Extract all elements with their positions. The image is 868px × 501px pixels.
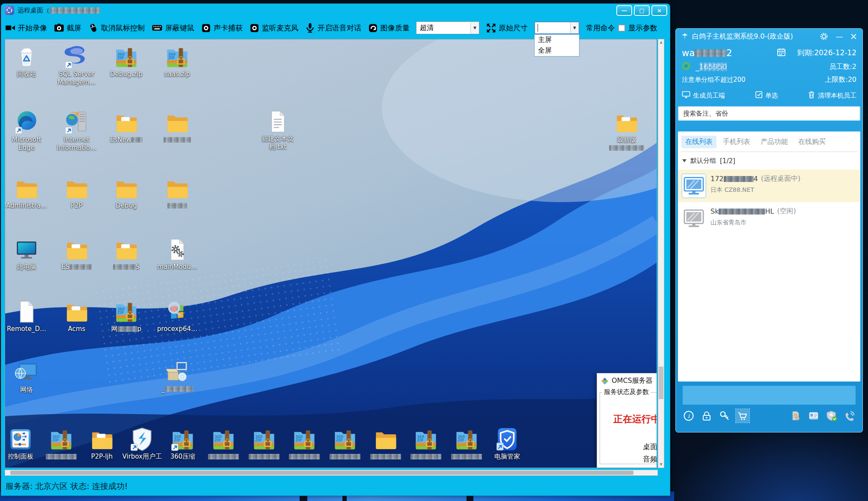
desktop-icon-latest-version-folder[interactable]: 最新版 <box>602 110 651 152</box>
desktop-icon-masked-zip-1[interactable]: 360ZIP网p <box>101 299 151 333</box>
image-quality-icon <box>368 23 378 33</box>
horizontal-scrollbar[interactable] <box>5 470 658 476</box>
desktop-icon-pc-manager[interactable]: 电脑管家 <box>482 427 532 461</box>
host-item-1[interactable]: SkHL(空闲)山东省青岛市 <box>678 202 860 235</box>
desktop-icon-network[interactable]: 网络 <box>5 360 51 394</box>
panel-titlebar[interactable]: 白鸽子主机监测系统9.0-(政企版) — × <box>676 29 862 44</box>
desktop-icon-microsoft-edge[interactable]: MicrosoftEdge <box>5 110 51 152</box>
shield-icon[interactable] <box>825 409 838 423</box>
desktop-icon-sql-server-management-studio[interactable]: SQL ServerManagem… <box>52 45 101 86</box>
desktop-icon-label <box>289 453 320 461</box>
screen-option-0[interactable]: 主屏 <box>535 35 579 45</box>
status-text: 服务器: 北京六区 状态: 连接成功! <box>6 481 128 492</box>
start-record-button[interactable]: 开始录像 <box>5 22 47 33</box>
phone-icon[interactable] <box>843 409 856 423</box>
desktop-icon-procexp64[interactable]: procexp64… <box>152 299 202 333</box>
remote-minimize-button[interactable]: — <box>616 5 632 16</box>
generate-client-button[interactable]: 生成员工端 <box>682 90 725 101</box>
desktop-icon-label <box>410 453 441 461</box>
image-quality-select[interactable]: 超清 ▼ <box>416 21 479 34</box>
listen-microphone-button[interactable]: 监听麦克风 <box>249 23 298 33</box>
desktop-icon-label <box>330 453 360 461</box>
omcs-running-status: 正在运行中 <box>613 413 657 426</box>
desktop-icon-label: 新建文本文档.txt <box>262 135 294 151</box>
search-input[interactable]: 搜索备注、省份 <box>678 106 860 121</box>
record-icon <box>5 22 16 33</box>
lock-icon[interactable] <box>700 409 713 423</box>
desktop-icon-administrator-folder[interactable]: Administra… <box>5 176 51 210</box>
remote-maximize-button[interactable]: □ <box>634 5 650 16</box>
desktop-icon-masked-installer[interactable]: _ <box>152 359 202 393</box>
desktop-icon-mainmodule-file[interactable]: mainModu… <box>152 237 202 271</box>
chevron-down-icon[interactable]: ▼ <box>570 22 579 33</box>
desktop-icon-this-pc[interactable]: 此电脑 <box>5 237 51 271</box>
cart-icon[interactable] <box>736 409 749 423</box>
remote-app-icon <box>5 6 14 15</box>
vertical-scrollbar-thumb[interactable] <box>659 367 663 399</box>
panel-minimize-button[interactable]: — <box>835 32 843 41</box>
desktop-icon-esnew-folder[interactable]: EsNew <box>101 110 151 144</box>
desktop-icon-masked-folder-3[interactable]: S <box>101 237 151 271</box>
desktop-icon-label: 回收站 <box>17 70 36 78</box>
desktop-icon-debug-folder[interactable]: Debug <box>101 176 151 210</box>
block-keyboard-mouse-button[interactable]: 屏蔽键鼠 <box>151 22 194 33</box>
remote-desktop-window: 远程桌面（ — □ × 开始录像截屏取消鼠标控制屏蔽键鼠声卡捕获监听麦克风开启语… <box>1 3 670 496</box>
host-name: 1724(远程桌面中) <box>710 174 800 183</box>
desktop-icon-remote-d-file[interactable]: Remote_D… <box>5 299 51 333</box>
single-select-button[interactable]: 单选 <box>755 91 778 100</box>
screen-size-select[interactable]: ▼ 主屏全屏 <box>534 21 580 34</box>
host-item-0[interactable]: 1724(远程桌面中)日本 CZ88.NET <box>678 170 860 202</box>
tab-online-purchase[interactable]: 在线购买 <box>794 136 829 148</box>
vertical-scrollbar[interactable]: ▲ ▼ <box>658 39 664 468</box>
svg-text:ZIP: ZIP <box>117 310 124 315</box>
desktop-icon-masked-folder-1[interactable] <box>152 110 202 144</box>
desktop-icon-debug-zip[interactable]: 360ZIPDebug.zip <box>101 45 151 78</box>
horizontal-scrollbar-thumb[interactable] <box>10 471 633 475</box>
common-commands-button[interactable]: 常用命令 <box>586 23 615 33</box>
tab-product-features[interactable]: 产品功能 <box>757 136 792 148</box>
tab-online-list[interactable]: 在线列表 <box>681 136 716 148</box>
desktop-icon-new-text-document[interactable]: 新建文本文档.txt <box>253 109 303 151</box>
original-size-button[interactable]: 原始尺寸 <box>486 23 528 33</box>
panel-close-button[interactable]: × <box>850 31 857 42</box>
idcard-icon[interactable] <box>807 409 820 423</box>
remote-close-button[interactable]: × <box>651 5 667 16</box>
settings-gear-icon[interactable] <box>819 32 829 41</box>
cancel-mouse-control-button[interactable]: 取消鼠标控制 <box>88 22 145 33</box>
masked-folder-4-icon <box>373 427 398 452</box>
masked-folder-1-icon <box>165 110 190 135</box>
desktop-icon-acms-folder[interactable]: Acms <box>52 299 101 333</box>
desktop-icon-label: mainModu… <box>157 263 197 271</box>
window-title: 远程桌面（ <box>18 6 100 15</box>
masked-zip-4-icon: 360ZIP <box>252 427 276 452</box>
remote-viewport[interactable]: 回收站SQL ServerManagem…360ZIPDebug.zip360Z… <box>5 39 657 468</box>
remote-titlebar[interactable]: 远程桌面（ <box>1 4 670 17</box>
360-zip-app-icon: 360ZIP <box>170 427 195 452</box>
group-header[interactable]: 默认分组 [1/2] <box>678 152 860 170</box>
soundcard-capture-button[interactable]: 声卡捕获 <box>201 23 243 33</box>
screenshot-button[interactable]: 截屏 <box>54 22 81 33</box>
clean-local-clients-button[interactable]: 清理本机员工 <box>808 90 856 101</box>
desktop-icon-masked-folder-2[interactable] <box>152 176 202 210</box>
omcs-server-window[interactable]: OMCS服务器 服务状态及参数 正在运行中 桌面 音频 <box>597 373 657 468</box>
desktop-icon-label: 电脑管家 <box>494 453 520 461</box>
report-icon[interactable] <box>789 409 803 423</box>
desktop-icon-label: ES <box>62 263 92 271</box>
key-icon[interactable] <box>718 409 731 423</box>
desktop-icon-p2p-folder[interactable]: P2P <box>52 176 101 210</box>
info-icon[interactable]: i <box>682 409 696 423</box>
svg-text:ZIP: ZIP <box>417 438 423 442</box>
desktop-icon-saas-zip[interactable]: 360ZIPsaas.zip <box>152 45 202 78</box>
tab-phone-list[interactable]: 手机列表 <box>719 136 754 148</box>
show-params-checkbox[interactable] <box>618 24 625 32</box>
desktop-icon-es-folder[interactable]: ES <box>52 237 101 271</box>
desktop-icon-internet-information-services[interactable]: InternetInformatio… <box>52 110 101 152</box>
start-voice-chat-button[interactable]: 开启语音对话 <box>305 22 361 33</box>
expiry-date: 到期:2026-12-12 <box>797 48 856 58</box>
search-placeholder: 搜索备注、省份 <box>683 110 728 118</box>
masked-zip-3-icon: 360ZIP <box>211 427 236 452</box>
screen-option-1[interactable]: 全屏 <box>535 45 579 56</box>
chevron-down-icon[interactable]: ▼ <box>470 22 479 34</box>
staff-count: 员工数:2 <box>829 63 856 72</box>
desktop-icon-recycle-bin[interactable]: 回收站 <box>5 45 51 78</box>
